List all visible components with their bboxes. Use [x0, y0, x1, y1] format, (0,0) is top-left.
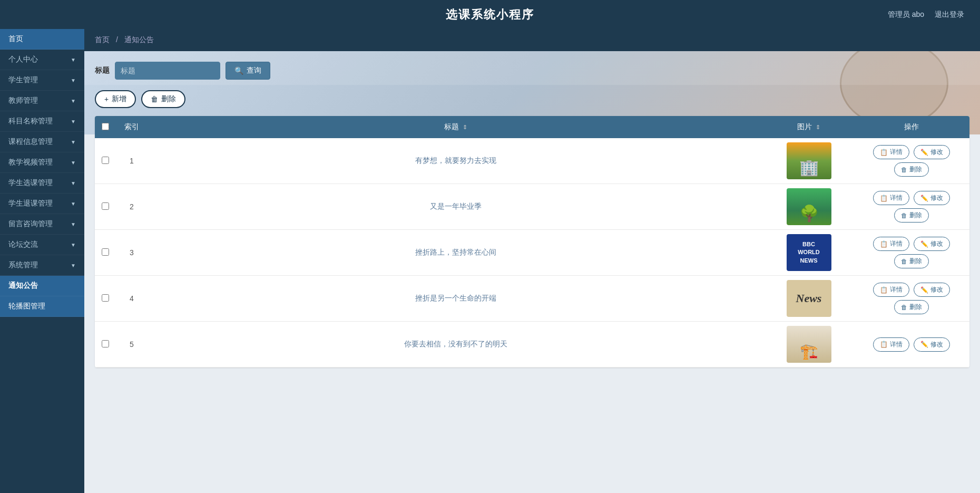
- edit-button[interactable]: ✏️ 修改: [914, 337, 950, 352]
- detail-icon: 📋: [880, 341, 888, 348]
- row-checkbox[interactable]: [102, 340, 109, 347]
- row-image-display: BBC WORLD NEWS: [787, 234, 831, 271]
- sidebar-item-video-mgmt[interactable]: 教学视频管理 ▼: [0, 152, 84, 173]
- row-title: 挫折路上，坚持常在心间: [148, 230, 764, 276]
- sidebar-item-sys-mgmt[interactable]: 系统管理 ▼: [0, 255, 84, 276]
- row-title: 又是一年毕业季: [148, 184, 764, 230]
- breadcrumb-home[interactable]: 首页: [95, 35, 110, 44]
- edit-button[interactable]: ✏️ 修改: [914, 237, 950, 251]
- chevron-down-icon: ▼: [71, 57, 76, 63]
- action-row-bottom: 🗑 删除: [894, 300, 929, 314]
- delete-icon: 🗑: [151, 95, 158, 103]
- edit-button[interactable]: ✏️ 修改: [914, 191, 950, 205]
- sort-icon: ⇕: [463, 124, 467, 130]
- detail-icon: 📋: [880, 286, 888, 294]
- bbc-line2: WORLD: [798, 248, 820, 256]
- sidebar-item-carousel[interactable]: 轮播图管理: [0, 296, 84, 317]
- row-image: [764, 138, 854, 184]
- chevron-down-icon: ▼: [71, 98, 76, 104]
- row-checkbox[interactable]: [102, 294, 109, 302]
- table-row: 1 有梦想，就要努力去实现: [95, 138, 969, 184]
- sidebar-item-notice[interactable]: 通知公告: [0, 276, 84, 296]
- search-button-label: 查询: [247, 66, 261, 75]
- sidebar-item-course-drop[interactable]: 学生退课管理 ▼: [0, 194, 84, 214]
- search-button[interactable]: 🔍 查询: [226, 62, 270, 80]
- add-button[interactable]: + 新增: [95, 90, 136, 108]
- sidebar-item-student-mgmt[interactable]: 学生管理 ▼: [0, 70, 84, 91]
- th-image[interactable]: 图片 ⇕: [764, 116, 854, 138]
- sidebar-item-course-mgmt[interactable]: 课程信息管理 ▼: [0, 132, 84, 152]
- select-all-checkbox[interactable]: [102, 123, 109, 130]
- th-checkbox: [95, 116, 116, 138]
- sidebar-label-course-select: 学生选课管理: [8, 178, 53, 188]
- sort-icon: ⇕: [816, 124, 820, 130]
- action-buttons-group: 📋 详情 ✏️ 修改: [859, 337, 964, 352]
- chevron-down-icon: ▼: [71, 119, 76, 124]
- row-actions: 📋 详情 ✏️ 修改: [854, 138, 969, 184]
- bbc-line3: NEWS: [800, 257, 818, 265]
- row-image: News: [764, 276, 854, 322]
- delete-row-button[interactable]: 🗑 删除: [894, 162, 929, 177]
- sidebar-label-forum-consult: 留言咨询管理: [8, 219, 53, 229]
- row-checkbox[interactable]: [102, 248, 109, 256]
- batch-delete-button[interactable]: 🗑 删除: [141, 90, 185, 108]
- row-index: 1: [116, 138, 148, 184]
- add-icon: +: [104, 95, 109, 103]
- delete-label: 删除: [161, 94, 176, 104]
- row-checkbox[interactable]: [102, 157, 109, 164]
- th-title[interactable]: 标题 ⇕: [148, 116, 764, 138]
- row-checkbox-cell: [95, 138, 116, 184]
- row-checkbox-cell: [95, 276, 116, 322]
- trash-icon: 🗑: [901, 166, 907, 173]
- row-image-display: News: [787, 280, 831, 317]
- row-image: [764, 184, 854, 230]
- edit-button[interactable]: ✏️ 修改: [914, 283, 950, 297]
- table-row: 5 你要去相信，没有到不了的明天: [95, 322, 969, 368]
- sidebar-item-course-select[interactable]: 学生选课管理 ▼: [0, 173, 84, 194]
- row-checkbox-cell: [95, 184, 116, 230]
- action-row-bottom: 🗑 删除: [894, 162, 929, 177]
- sidebar-label-student-mgmt: 学生管理: [8, 75, 38, 85]
- row-checkbox[interactable]: [102, 202, 109, 210]
- data-table: 索引 标题 ⇕ 图片 ⇕ 操作: [95, 116, 969, 368]
- detail-button[interactable]: 📋 详情: [873, 145, 909, 159]
- sidebar-label-teacher-mgmt: 教师管理: [8, 96, 38, 105]
- row-actions: 📋 详情 ✏️ 修改: [854, 230, 969, 276]
- sidebar-item-home[interactable]: 首页: [0, 29, 84, 50]
- detail-icon: 📋: [880, 195, 888, 202]
- detail-button[interactable]: 📋 详情: [873, 237, 909, 251]
- edit-icon: ✏️: [920, 286, 928, 294]
- sidebar-item-teacher-mgmt[interactable]: 教师管理 ▼: [0, 91, 84, 111]
- delete-row-button[interactable]: 🗑 删除: [894, 254, 929, 268]
- table-row: 4 挫折是另一个生命的开端 News: [95, 276, 969, 322]
- detail-button[interactable]: 📋 详情: [873, 337, 909, 352]
- delete-row-button[interactable]: 🗑 删除: [894, 208, 929, 223]
- row-actions: 📋 详情 ✏️ 修改: [854, 276, 969, 322]
- breadcrumb: 首页 / 通知公告: [84, 29, 980, 51]
- trash-icon: 🗑: [901, 212, 907, 219]
- logout-button[interactable]: 退出登录: [935, 10, 964, 20]
- sidebar-label-carousel: 轮播图管理: [8, 302, 45, 311]
- chevron-down-icon: ▼: [71, 221, 76, 227]
- chevron-down-icon: ▼: [71, 139, 76, 145]
- bbc-line1: BBC: [802, 240, 815, 248]
- sidebar-item-forum[interactable]: 论坛交流 ▼: [0, 235, 84, 255]
- search-label: 标题: [95, 66, 110, 75]
- sidebar-item-forum-consult[interactable]: 留言咨询管理 ▼: [0, 214, 84, 235]
- sidebar-item-subject-mgmt[interactable]: 科目名称管理 ▼: [0, 111, 84, 132]
- detail-button[interactable]: 📋 详情: [873, 191, 909, 205]
- chevron-down-icon: ▼: [71, 180, 76, 186]
- action-row-top: 📋 详情 ✏️ 修改: [873, 337, 950, 352]
- edit-button[interactable]: ✏️ 修改: [914, 145, 950, 159]
- current-user: 管理员 abo: [888, 10, 924, 20]
- row-actions: 📋 详情 ✏️ 修改: [854, 322, 969, 368]
- action-row-top: 📋 详情 ✏️ 修改: [873, 145, 950, 159]
- detail-button[interactable]: 📋 详情: [873, 283, 909, 297]
- header: 选课系统小程序 管理员 abo 退出登录: [0, 0, 980, 29]
- search-input[interactable]: [115, 62, 220, 80]
- delete-row-button[interactable]: 🗑 删除: [894, 300, 929, 314]
- action-row-top: 📋 详情 ✏️ 修改: [873, 283, 950, 297]
- row-index: 4: [116, 276, 148, 322]
- edit-icon: ✏️: [920, 195, 928, 202]
- sidebar-item-personal[interactable]: 个人中心 ▼: [0, 50, 84, 70]
